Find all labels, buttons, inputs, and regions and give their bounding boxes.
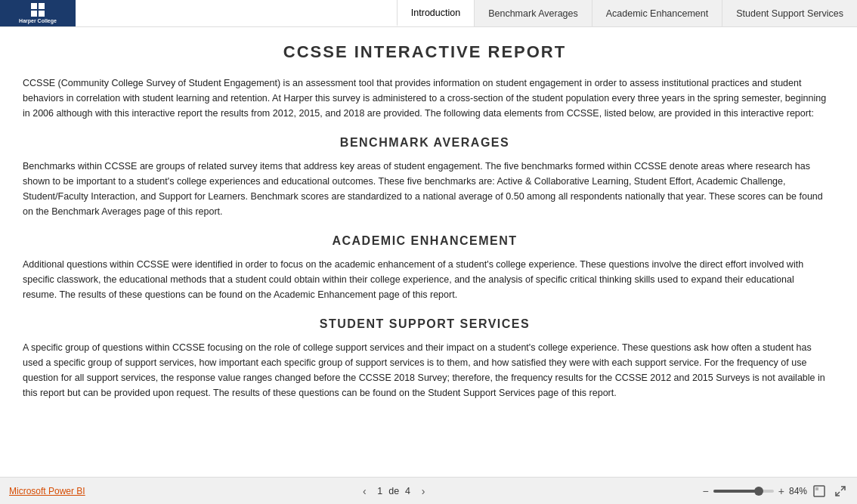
zoom-area: − + 84% [703, 484, 848, 499]
page-separator: de [388, 486, 399, 496]
logo: Harper College [0, 0, 76, 26]
tab-benchmark-averages[interactable]: Benchmark Averages [474, 0, 592, 26]
page-current: 1 [377, 486, 382, 496]
fit-screen-icon[interactable] [812, 484, 827, 499]
logo-icon [31, 3, 45, 17]
academic-enhancement-text: Additional questions within CCSSE were i… [23, 257, 827, 302]
zoom-slider-fill [713, 490, 756, 493]
zoom-in-button[interactable]: + [778, 485, 784, 497]
benchmark-averages-text: Benchmarks within CCSSE are groups of re… [23, 159, 827, 219]
logo-text: Harper College [19, 18, 57, 23]
zoom-slider-thumb[interactable] [754, 487, 763, 496]
student-support-services-title: STUDENT SUPPORT SERVICES [23, 317, 827, 331]
benchmark-averages-title: BENCHMARK AVERAGES [23, 136, 827, 150]
tab-introduction[interactable]: Introduction [397, 0, 474, 26]
next-page-button[interactable]: › [416, 484, 430, 498]
bottom-bar: Microsoft Power BI ‹ 1 de 4 › − + 84% [0, 477, 857, 504]
student-support-services-text: A specific group of questions within CCS… [23, 340, 827, 400]
academic-enhancement-title: ACADEMIC ENHANCEMENT [23, 234, 827, 248]
intro-paragraph: CCSSE (Community College Survey of Stude… [23, 76, 827, 121]
page-total: 4 [405, 486, 410, 496]
prev-page-button[interactable]: ‹ [357, 484, 371, 498]
zoom-slider[interactable] [713, 490, 774, 493]
top-nav: Harper College Introduction Benchmark Av… [0, 0, 857, 27]
pagination: ‹ 1 de 4 › [357, 484, 430, 498]
bottom-icons [812, 484, 848, 499]
expand-icon[interactable] [833, 484, 848, 499]
svg-rect-1 [815, 487, 818, 490]
tab-academic-enhancement[interactable]: Academic Enhancement [592, 0, 722, 26]
nav-tabs: Introduction Benchmark Averages Academic… [397, 0, 857, 26]
zoom-percent: 84% [789, 486, 807, 496]
tab-student-support-services[interactable]: Student Support Services [722, 0, 857, 26]
zoom-out-button[interactable]: − [703, 485, 709, 497]
powerbi-link[interactable]: Microsoft Power BI [9, 486, 85, 496]
main-content: CCSSE INTERACTIVE REPORT CCSSE (Communit… [0, 27, 857, 477]
page-title: CCSSE INTERACTIVE REPORT [23, 42, 827, 62]
